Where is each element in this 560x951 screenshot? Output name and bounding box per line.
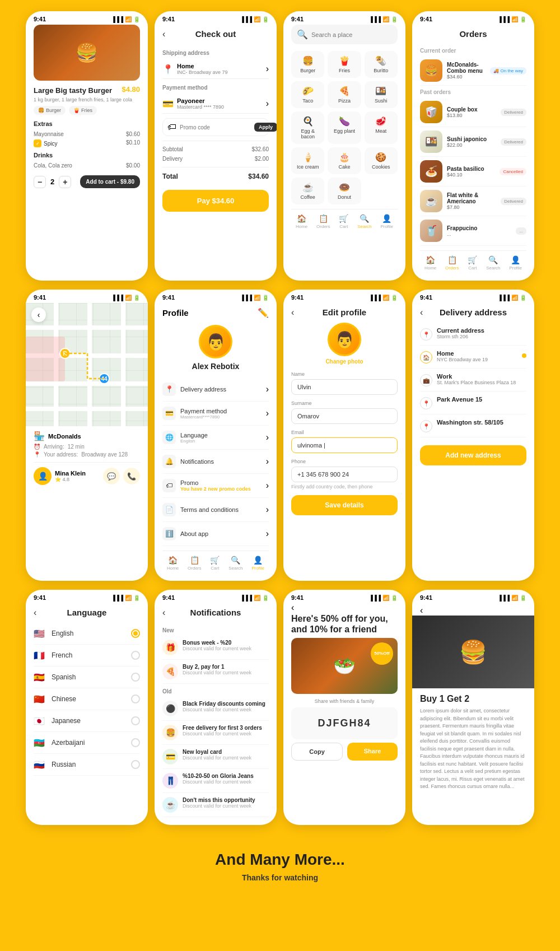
notif-dontmiss[interactable]: ☕ Don't miss this opportunity Discount v… xyxy=(162,793,269,817)
cat-coffee[interactable]: ☕Coffee xyxy=(291,178,324,204)
cat-pizza-label: Pizza xyxy=(338,98,351,104)
back-button-edit[interactable]: ‹ xyxy=(291,307,294,318)
cat-fries[interactable]: 🍟Fries xyxy=(328,51,361,78)
menu-payment[interactable]: 💳 Payment method Mastercard****7890 › xyxy=(162,402,269,426)
nav-cart-o[interactable]: 🛒Cart xyxy=(468,255,477,271)
map-back-button[interactable]: ‹ xyxy=(31,307,46,322)
address-home[interactable]: 🏠 Home NYC Broadway ave 19 xyxy=(420,346,526,369)
nav-home-p[interactable]: 🏠Home xyxy=(167,556,179,571)
menu-notifications[interactable]: 🔔 Notifications › xyxy=(162,450,269,474)
phone-input[interactable] xyxy=(291,467,398,482)
back-button-address[interactable]: ‹ xyxy=(420,307,423,318)
lang-azerbaijani[interactable]: 🇦🇿 Azerbaijani xyxy=(34,732,140,754)
nav-home-o[interactable]: 🏠Home xyxy=(424,255,436,271)
back-button-notif[interactable]: ‹ xyxy=(162,608,165,618)
copy-button[interactable]: Copy xyxy=(291,743,343,761)
buy1-description: Lorem ipsum dolor sit amet, consectetur … xyxy=(420,707,526,791)
lang-english[interactable]: 🇺🇸 English xyxy=(34,623,140,645)
nav-cart[interactable]: 🛒Cart xyxy=(339,214,348,229)
notif-loyalcard-icon: 💳 xyxy=(162,749,178,764)
cat-meat-label: Meat xyxy=(375,128,386,134)
surname-input[interactable] xyxy=(291,408,398,424)
qty-minus[interactable]: − xyxy=(34,176,46,188)
lang-chinese[interactable]: 🇨🇳 Chinese xyxy=(34,688,140,710)
pay-button[interactable]: Pay $34.60 xyxy=(162,190,269,212)
cat-egg-bacon[interactable]: 🍳Egg & bacon xyxy=(291,111,324,144)
cat-pizza[interactable]: 🍕Pizza xyxy=(328,81,361,108)
promo-input[interactable] xyxy=(180,124,251,130)
lang-spanish[interactable]: 🇪🇸 Spanish xyxy=(34,666,140,688)
cat-egg-plant[interactable]: 🍆Egg plant xyxy=(328,111,361,144)
past-order-2[interactable]: 🍱 Sushi japonico $22.00 Delivered xyxy=(420,127,526,157)
lang-russian[interactable]: 🇷🇺 Russian xyxy=(34,754,140,776)
cat-meat[interactable]: 🥩Meat xyxy=(365,111,398,144)
nav-orders[interactable]: 📋Orders xyxy=(316,214,330,229)
past-order-1[interactable]: 🥡 Couple box $13.80 Delivered xyxy=(420,97,526,127)
nav-search-p-label: Search xyxy=(228,566,242,571)
cat-taco[interactable]: 🌮Taco xyxy=(291,81,324,108)
nav-cart-p[interactable]: 🛒Cart xyxy=(210,556,220,571)
cat-sushi[interactable]: 🍱Sushi xyxy=(365,81,398,108)
email-input[interactable] xyxy=(291,437,398,453)
nav-orders-p[interactable]: 📋Orders xyxy=(188,556,201,571)
address-name: Home xyxy=(177,63,228,69)
back-button-buy1[interactable]: ‹ xyxy=(420,605,423,616)
nav-profile[interactable]: 👤Profile xyxy=(380,214,393,229)
menu-language[interactable]: 🌐 Language English › xyxy=(162,426,269,450)
checkbox-spicy[interactable]: ✓ xyxy=(34,139,41,147)
menu-delivery[interactable]: 📍 Delivery address › xyxy=(162,377,269,402)
apply-button[interactable]: Apply xyxy=(254,123,277,132)
status-icons-11: ▐▐▐ 📶 🔋 xyxy=(369,595,398,601)
past-order-5[interactable]: 🥤 Frappucino ... ... xyxy=(420,216,526,246)
back-button-promo[interactable]: ‹ xyxy=(291,603,294,613)
cat-donut[interactable]: 🍩Donut xyxy=(328,178,361,204)
nav-search-p[interactable]: 🔍Search xyxy=(228,556,242,571)
nav-search[interactable]: 🔍Search xyxy=(357,214,371,229)
name-input[interactable] xyxy=(291,379,398,395)
nav-home[interactable]: 🏠Home xyxy=(296,214,307,229)
language-menu-info: Language English xyxy=(180,432,208,444)
menu-promo[interactable]: 🏷 Promo You have 2 new promo codes › xyxy=(162,474,269,498)
edit-profile-icon[interactable]: ✏️ xyxy=(258,307,269,318)
lang-french[interactable]: 🇫🇷 French xyxy=(34,645,140,666)
notif-loyalcard[interactable]: 💳 New loyal card Discount valid for curr… xyxy=(162,745,269,769)
call-button[interactable]: 📞 xyxy=(123,468,140,484)
address-washington[interactable]: 📍 Washington str. 58/105 xyxy=(420,414,526,437)
share-button[interactable]: Share xyxy=(347,743,398,761)
past-order-4[interactable]: ☕ Flat white & Americano $7.80 Delivered xyxy=(420,187,526,216)
nav-profile-p[interactable]: 👤Profile xyxy=(251,556,264,571)
message-button[interactable]: 💬 xyxy=(103,468,120,484)
address-current[interactable]: 📍 Current address Storm sth 206 xyxy=(420,323,526,346)
nav-orders-o[interactable]: 📋Orders xyxy=(445,255,459,271)
past-order-3[interactable]: 🍝 Pasta basilico $40.10 Cancelled xyxy=(420,157,526,187)
cat-cake[interactable]: 🎂Cake xyxy=(328,147,361,174)
cat-burrito[interactable]: 🌯Buritto xyxy=(365,51,398,78)
menu-about[interactable]: ℹ️ About app › xyxy=(162,522,269,546)
notif-gloria[interactable]: 👖 %10-20-50 on Gloria Jeans Discount val… xyxy=(162,769,269,793)
notif-buy2[interactable]: 🍕 Buy 2, pay for 1 Discount valid for cu… xyxy=(162,660,269,684)
add-address-button[interactable]: Add new address xyxy=(420,445,526,465)
add-to-cart-button[interactable]: Add to cart - $9.80 xyxy=(80,175,140,188)
cat-ice-cream[interactable]: 🍦Ice cream xyxy=(291,147,324,174)
change-photo-button[interactable]: Change photo xyxy=(325,358,363,365)
cat-burger[interactable]: 🍔Burger xyxy=(291,51,324,78)
search-input[interactable] xyxy=(311,31,392,38)
address-work[interactable]: 💼 Work St. Mark's Place Business Plaza 1… xyxy=(420,369,526,391)
lang-japanese[interactable]: 🇯🇵 Japanese xyxy=(34,710,140,732)
nav-profile-o[interactable]: 👤Profile xyxy=(509,255,522,271)
notif-blackfriday[interactable]: ⚫ Black Friday discounts coming Discount… xyxy=(162,697,269,721)
back-button-language[interactable]: ‹ xyxy=(34,608,36,618)
back-button-checkout[interactable]: ‹ xyxy=(162,29,165,39)
nav-search-o[interactable]: 🔍Search xyxy=(486,255,500,271)
cat-cookies[interactable]: 🍪Cookies xyxy=(365,147,398,174)
notif-bonus[interactable]: 🎁 Bonus week - %20 Discount valid for cu… xyxy=(162,636,269,660)
menu-terms[interactable]: 📄 Terms and conditions › xyxy=(162,498,269,522)
qty-plus[interactable]: + xyxy=(59,176,71,188)
current-order-item[interactable]: 🍔 McDonalds-Combo menu $34.60 🚚 On the w… xyxy=(420,56,526,86)
notif-freedelivery[interactable]: 🍔 Free delivery for first 3 orders Disco… xyxy=(162,721,269,745)
save-details-button[interactable]: Save details xyxy=(291,495,398,515)
spicy-checkbox[interactable]: ✓ Spicy xyxy=(34,139,57,147)
payment-row[interactable]: 💳 Payoneer Mastercard **** 7890 › xyxy=(162,94,269,114)
menu-notifications-left: 🔔 Notifications xyxy=(162,455,214,468)
address-park[interactable]: 📍 Park Avenue 15 xyxy=(420,391,526,414)
